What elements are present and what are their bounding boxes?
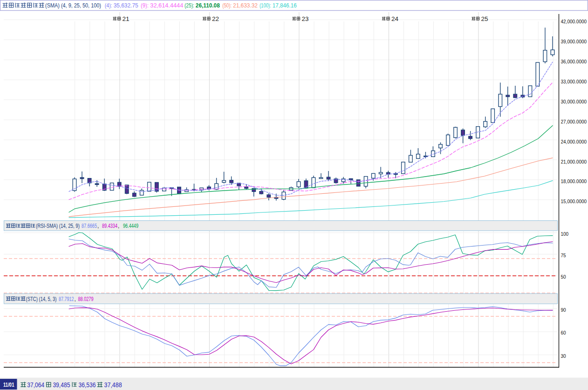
- svg-text:(25):: (25):: [185, 2, 194, 9]
- svg-text:37,064: 37,064: [27, 381, 44, 389]
- svg-text:(4):: (4):: [105, 2, 112, 9]
- svg-text:60: 60: [561, 330, 567, 335]
- svg-text:24,000.0000: 24,000.0000: [561, 139, 587, 144]
- svg-text:50: 50: [561, 274, 567, 280]
- svg-text:30,000.0000: 30,000.0000: [561, 99, 587, 104]
- svg-text:39,000.0000: 39,000.0000: [561, 39, 587, 44]
- svg-text:,: ,: [97, 223, 99, 229]
- svg-text:(50):: (50):: [222, 2, 232, 9]
- svg-text:42,000.0000: 42,000.0000: [561, 19, 587, 24]
- svg-text:,: ,: [118, 223, 119, 229]
- svg-text:33,000.0000: 33,000.0000: [561, 79, 587, 84]
- svg-text:17,846.16: 17,846.16: [273, 2, 297, 9]
- svg-text:88.0279: 88.0279: [78, 296, 94, 302]
- svg-text:39,485: 39,485: [53, 381, 70, 389]
- svg-text:(STC) (14, 5, 3): (STC) (14, 5, 3): [26, 296, 57, 302]
- svg-text:26,110.08: 26,110.08: [196, 2, 220, 9]
- svg-text:(100):: (100):: [260, 2, 271, 9]
- svg-text:22: 22: [212, 15, 219, 22]
- svg-text:21,633.32: 21,633.32: [233, 2, 258, 9]
- svg-text:(RSI-SMA) (14, 25, 9): (RSI-SMA) (14, 25, 9): [36, 223, 80, 229]
- svg-text:30: 30: [561, 354, 567, 359]
- svg-text:35,632.75: 35,632.75: [114, 2, 138, 9]
- svg-text:(9):: (9):: [141, 2, 149, 9]
- svg-text:15,000.0000: 15,000.0000: [561, 199, 587, 204]
- svg-text:36,000.0000: 36,000.0000: [561, 59, 587, 64]
- svg-text:36,536: 36,536: [79, 381, 96, 389]
- svg-text:89.4334: 89.4334: [102, 223, 117, 229]
- svg-text:21: 21: [123, 15, 130, 22]
- svg-text:(SMA) (4, 9, 25, 50, 100): (SMA) (4, 9, 25, 50, 100): [45, 2, 101, 9]
- svg-text:32,614.4444: 32,614.4444: [150, 2, 183, 9]
- svg-text:,: ,: [75, 296, 76, 302]
- svg-text:18,000.0000: 18,000.0000: [561, 179, 587, 184]
- svg-text:25: 25: [481, 15, 488, 22]
- svg-text:21,000.0000: 21,000.0000: [561, 159, 587, 164]
- svg-text:75: 75: [561, 253, 567, 258]
- svg-text:37,488: 37,488: [104, 381, 122, 389]
- svg-text:24: 24: [391, 15, 398, 22]
- svg-text:87.6665: 87.6665: [82, 223, 97, 229]
- svg-text:96.4449: 96.4449: [123, 223, 138, 229]
- svg-text:100: 100: [561, 232, 569, 237]
- svg-text:11/01: 11/01: [3, 381, 14, 388]
- svg-text:90: 90: [561, 308, 567, 313]
- svg-text:23: 23: [302, 15, 309, 22]
- svg-text:87.7912: 87.7912: [59, 296, 74, 302]
- svg-text:27,000.0000: 27,000.0000: [561, 119, 587, 124]
